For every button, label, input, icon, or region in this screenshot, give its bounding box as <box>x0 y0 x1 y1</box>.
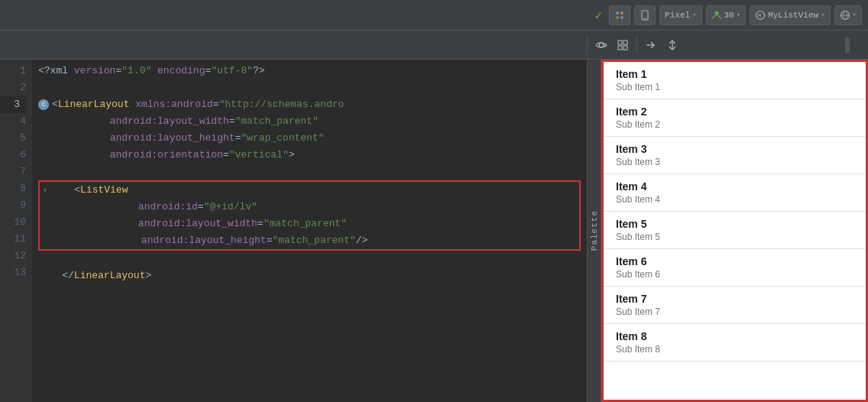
list-item-row-1[interactable]: Item 1 Sub Item 1 <box>604 62 866 99</box>
api-level-button[interactable]: 30 ▾ <box>706 5 747 25</box>
list-item-sub-1: Sub Item 1 <box>616 82 853 92</box>
lv-indent10 <box>43 218 138 229</box>
line-num-13: 13 <box>0 264 26 281</box>
line-num-12: 12 <box>0 248 26 264</box>
eye-icon <box>595 39 607 51</box>
svg-rect-15 <box>618 46 622 50</box>
xml-decl-enc: encoding <box>157 65 205 76</box>
line-num-5: 5 <box>0 130 26 147</box>
palette-icon <box>614 10 625 21</box>
line-num-11: 11 <box>0 231 26 248</box>
code-line-11: android:layout_height="match_parent"/> <box>40 232 579 249</box>
ll-or-eq: = <box>223 149 229 160</box>
lv-indent11 <box>46 235 141 246</box>
line-numbers: 1 2 3 4 5 6 7 8 9 10 11 12 13 <box>0 60 32 402</box>
svg-text:M: M <box>758 13 761 19</box>
ll-or-attr: android:orientation <box>110 149 223 160</box>
xml-decl-close: ?> <box>253 65 265 76</box>
lv-id-val: "@+id/lv" <box>204 201 257 212</box>
resize-handle[interactable] <box>845 37 850 53</box>
ll-close-tag: LinearLayout <box>74 270 146 281</box>
ll-lw-val: "match_parent" <box>235 115 318 127</box>
preview-content: Item 1 Sub Item 1 Item 2 Sub Item 2 Item… <box>601 60 868 402</box>
palette-button[interactable] <box>609 5 630 25</box>
arrow-updown-icon <box>666 39 679 51</box>
list-item-title-3: Item 3 <box>616 143 853 155</box>
list-item-sub-3: Sub Item 3 <box>616 157 853 167</box>
listview-highlight-box: ▿ <ListView android:id="@+id/lv" android… <box>38 180 581 251</box>
list-item-row-4[interactable]: Item 4 Sub Item 4 <box>604 174 866 212</box>
code-line-2 <box>38 79 581 96</box>
component-name-label: MyListView <box>768 11 818 20</box>
code-line-1: <?xml version="1.0" encoding="utf-8"?> <box>38 63 581 79</box>
list-item-title-8: Item 8 <box>616 330 853 342</box>
code-line-9: android:id="@+id/lv" <box>40 199 579 216</box>
lv-id-attr: android:id <box>138 201 198 212</box>
list-item-row-2[interactable]: Item 2 Sub Item 2 <box>604 99 866 137</box>
lv-tag: ListView <box>80 184 128 196</box>
lv-lh-attr: android:layout_height <box>141 235 267 246</box>
list-item-title-2: Item 2 <box>616 105 853 118</box>
preview-toolbar <box>587 36 854 54</box>
component-dropdown[interactable]: M MyListView ▾ <box>750 5 830 25</box>
code-line-3: C<LinearLayout xmlns:android="http://sch… <box>38 96 581 113</box>
eye-view-button[interactable] <box>592 36 611 54</box>
arrow-updown-button[interactable] <box>663 36 682 54</box>
code-line-12 <box>38 251 581 267</box>
svg-rect-13 <box>618 41 622 44</box>
line-num-9: 9 <box>0 197 26 214</box>
svg-rect-14 <box>623 41 627 44</box>
list-item-title-7: Item 7 <box>616 293 853 305</box>
ll-close-open: </ <box>62 270 74 281</box>
list-item-sub-2: Sub Item 2 <box>616 119 853 130</box>
svg-rect-16 <box>623 46 627 50</box>
lv-lh-val: "match_parent" <box>272 235 355 246</box>
line-num-8: 8 <box>0 180 26 197</box>
secondary-toolbar <box>0 31 868 60</box>
list-item-row-6[interactable]: Item 6 Sub Item 6 <box>604 249 866 287</box>
xml-decl-version: version <box>74 65 116 76</box>
list-item-title-1: Item 1 <box>616 68 853 80</box>
grid-view-button[interactable] <box>614 36 632 54</box>
list-item-row-3[interactable]: Item 3 Sub Item 3 <box>604 137 866 174</box>
toolbar-separator <box>636 37 637 53</box>
ll-close-end: > <box>145 270 151 281</box>
xml-decl-space <box>151 65 157 76</box>
list-item-title-6: Item 6 <box>616 255 853 267</box>
api-icon <box>711 10 722 21</box>
svg-point-0 <box>616 11 619 15</box>
list-item-sub-7: Sub Item 7 <box>616 306 853 317</box>
svg-point-3 <box>620 16 623 19</box>
device-button[interactable] <box>634 5 656 25</box>
xml-decl-version-val: "1.0" <box>121 65 151 76</box>
code-line-5: android:layout_height="wrap_content" <box>38 130 581 147</box>
fold-marker-8: ▿ <box>43 186 47 195</box>
locale-button[interactable]: ▾ <box>834 5 862 25</box>
main-area: 1 2 3 4 5 6 7 8 9 10 11 12 13 <?xml ver <box>0 60 868 402</box>
pixel-chevron: ▾ <box>692 11 696 19</box>
list-item-row-7[interactable]: Item 7 Sub Item 7 <box>604 287 866 324</box>
ll-lh-attr: android:layout_height <box>110 132 235 144</box>
lv-lh-end: /> <box>356 235 368 246</box>
code-body[interactable]: <?xml version="1.0" encoding="utf-8"?> C… <box>32 60 587 402</box>
list-item-row-5[interactable]: Item 5 Sub Item 5 <box>604 212 866 249</box>
list-item-title-5: Item 5 <box>616 218 853 230</box>
pixel-dropdown[interactable]: Pixel ▾ <box>659 5 701 25</box>
list-item-row-8[interactable]: Item 8 Sub Item 8 <box>604 324 866 361</box>
list-item-title-4: Item 4 <box>616 180 853 193</box>
main-toolbar: ✓ Pixel ▾ <box>0 0 868 31</box>
line-num-3: 3 <box>0 96 26 113</box>
line-num-2: 2 <box>0 79 26 96</box>
palette-tab[interactable]: Palette <box>587 60 601 402</box>
list-item-sub-6: Sub Item 6 <box>616 269 853 280</box>
xml-decl-enc-val: "utf-8" <box>211 65 253 76</box>
code-line-6: android:orientation="vertical"> <box>38 147 581 164</box>
ll-or-val: "vertical" <box>229 149 289 160</box>
component-chevron: ▾ <box>821 11 824 19</box>
line-num-6: 6 <box>0 147 26 164</box>
code-content: 1 2 3 4 5 6 7 8 9 10 11 12 13 <?xml ver <box>0 60 587 402</box>
arrow-right-button[interactable] <box>642 36 660 54</box>
svg-point-6 <box>714 11 718 15</box>
preview-panel: Item 1 Sub Item 1 Item 2 Sub Item 2 Item… <box>601 60 868 402</box>
ll-open: < <box>52 99 58 110</box>
